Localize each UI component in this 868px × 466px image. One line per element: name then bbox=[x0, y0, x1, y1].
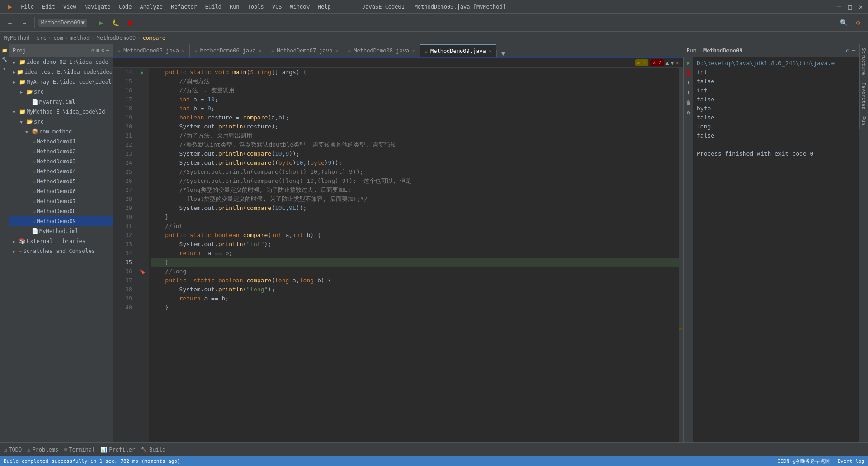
tree-item-idea-test[interactable]: ▶ 📁 idea_test E:\idea_code\idea bbox=[9, 67, 113, 77]
forward-button[interactable]: → bbox=[18, 16, 31, 29]
tree-item-mymethod[interactable]: ▼ 📁 MyMethod E:\idea_code\Id bbox=[9, 107, 113, 117]
tree-item-myarray-iml[interactable]: 📄 MyArray.iml bbox=[9, 97, 113, 107]
debug-button[interactable]: 🐛 bbox=[109, 16, 122, 29]
build-button[interactable]: 🔨 Build bbox=[141, 447, 165, 453]
terminal-button[interactable]: ⌨ Terminal bbox=[64, 447, 95, 453]
stop-button[interactable]: ■ bbox=[124, 16, 137, 29]
run-close-icon[interactable]: ─ bbox=[852, 48, 855, 54]
tree-item-methoddemo06[interactable]: ☕ MethodDemo06 bbox=[9, 186, 113, 196]
menu-run[interactable]: Run bbox=[226, 3, 243, 11]
search-button[interactable]: 🔍 bbox=[837, 16, 850, 29]
favorites-label[interactable]: Favorites bbox=[859, 79, 868, 113]
close-info-button[interactable]: ✕ bbox=[676, 60, 679, 66]
tree-item-methoddemo08[interactable]: ☕ MethodDemo08 bbox=[9, 206, 113, 216]
tree-item-methoddemo09[interactable]: ☕ MethodDemo09 bbox=[9, 216, 113, 226]
editor-scrollbar[interactable] bbox=[679, 68, 683, 442]
code-line-22: //整数默认int类型, 浮点数默认doutble类型, 需要转换其他的类型, … bbox=[151, 140, 679, 149]
tree-item-mymethod-src[interactable]: ▼ 📂 src bbox=[9, 117, 113, 127]
profiler-button[interactable]: 📊 Profiler bbox=[100, 447, 135, 453]
sidebar-favorites-icon[interactable]: ★ bbox=[0, 64, 9, 72]
run-clear-button[interactable]: 🗑 bbox=[684, 99, 693, 107]
navigate-up-button[interactable]: ▲ bbox=[665, 60, 669, 66]
event-log-label[interactable]: Event log bbox=[837, 458, 864, 464]
menu-code[interactable]: Code bbox=[115, 3, 136, 11]
settings-button[interactable]: ⚙ bbox=[852, 16, 864, 29]
tab-methoddemo06[interactable]: ☕ MethodDemo06.java ✕ bbox=[190, 44, 267, 57]
tab-methoddemo08[interactable]: ☕ MethodDemo08.java ✕ bbox=[343, 44, 420, 57]
tab-methoddemo09[interactable]: ☕ MethodDemo09.java ✕ bbox=[420, 44, 497, 57]
gutter-38 bbox=[136, 294, 149, 303]
run-button[interactable]: ▶ bbox=[95, 16, 108, 29]
menu-file[interactable]: File bbox=[17, 3, 38, 11]
tree-label: idea_test E:\idea_code\idea bbox=[24, 69, 113, 75]
close-button[interactable]: ✕ bbox=[857, 3, 864, 10]
tab-close-button[interactable]: ✕ bbox=[335, 48, 338, 54]
run-scroll-top-button[interactable]: ⬆ bbox=[684, 79, 693, 87]
run-scroll-bottom-button[interactable]: ⬇ bbox=[684, 89, 693, 97]
menu-analyze[interactable]: Analyze bbox=[136, 3, 166, 11]
tree-item-methoddemo07[interactable]: ☕ MethodDemo07 bbox=[9, 196, 113, 206]
run-stop-button[interactable]: ■ bbox=[684, 69, 693, 77]
minimize-button[interactable]: ─ bbox=[835, 3, 843, 10]
tree-item-external-libs[interactable]: ▶ 📚 External Libraries bbox=[9, 236, 113, 246]
tab-close-button[interactable]: ✕ bbox=[412, 48, 415, 54]
menu-refactor[interactable]: Refactor bbox=[167, 3, 201, 11]
breadcrumb-com[interactable]: com bbox=[53, 35, 63, 41]
breadcrumb-method[interactable]: method bbox=[70, 35, 90, 41]
breadcrumb-sep-3: › bbox=[65, 35, 68, 41]
run-settings-icon[interactable]: ⚙ bbox=[846, 48, 849, 54]
project-selector[interactable]: MethodDemo09 ▼ bbox=[38, 19, 87, 27]
run-restart-button[interactable]: ▶ bbox=[684, 59, 693, 67]
run-side-label[interactable]: Run bbox=[859, 113, 868, 129]
code-content[interactable]: public static void main(String[] args) {… bbox=[149, 68, 679, 442]
tree-item-methoddemo04[interactable]: ☕ MethodDemo04 bbox=[9, 166, 113, 176]
tab-overflow-button[interactable]: ▼ bbox=[496, 50, 509, 57]
warning-badge[interactable]: ⚠ 1 bbox=[635, 59, 649, 66]
run-settings2-button[interactable]: ⚙ bbox=[684, 109, 693, 117]
project-panel-collapse[interactable]: ≡ bbox=[96, 48, 99, 53]
tab-methoddemo07[interactable]: ☕ MethodDemo07.java ✕ bbox=[266, 44, 343, 57]
tab-methoddemo05[interactable]: ☕ MethodDemo05.java ✕ bbox=[113, 44, 190, 57]
navigate-down-button[interactable]: ▼ bbox=[671, 60, 674, 66]
sidebar-project-icon[interactable]: 📁 bbox=[0, 46, 9, 54]
tab-close-button[interactable]: ✕ bbox=[259, 48, 262, 54]
tree-item-idea-demo02[interactable]: ▶ 📁 idea_demo_02 E:\idea_code bbox=[9, 57, 113, 67]
tab-close-button[interactable]: ✕ bbox=[182, 48, 185, 54]
menu-edit[interactable]: Edit bbox=[38, 3, 59, 11]
menu-window[interactable]: Window bbox=[286, 3, 313, 11]
breadcrumb-mymethod[interactable]: MyMethod bbox=[4, 35, 30, 41]
tab-close-button[interactable]: ✕ bbox=[489, 48, 492, 54]
tree-item-scratches[interactable]: ▶ ✏ Scratches and Consoles bbox=[9, 246, 113, 256]
tree-item-methoddemo01[interactable]: ☕ MethodDemo01 bbox=[9, 137, 113, 147]
line-num-35: 35 bbox=[126, 258, 132, 267]
menu-build[interactable]: Build bbox=[202, 3, 225, 11]
code-editor[interactable]: 14 15 16 17 18 19 20 21 22 23 24 25 26 2… bbox=[113, 68, 683, 442]
todo-button[interactable]: ☑ TODO bbox=[4, 447, 22, 453]
breadcrumb-methoddemo09[interactable]: MethodDemo09 bbox=[96, 35, 136, 41]
structure-label[interactable]: Structure bbox=[859, 44, 868, 79]
tree-item-com-method[interactable]: ▼ 📦 com.method bbox=[9, 127, 113, 137]
tree-item-myarray[interactable]: ▶ 📁 MyArray E:\idea_code\ideal bbox=[9, 77, 113, 87]
tree-item-mymethod-iml[interactable]: 📄 MyMethod.iml bbox=[9, 226, 113, 236]
breadcrumb-compare[interactable]: compare bbox=[142, 35, 165, 41]
menu-vcs[interactable]: VCS bbox=[269, 3, 286, 11]
sidebar-structure-icon[interactable]: 🔧 bbox=[0, 55, 9, 63]
project-panel-close[interactable]: ─ bbox=[106, 48, 109, 53]
tree-item-methoddemo03[interactable]: ☕ MethodDemo03 bbox=[9, 157, 113, 166]
gutter-run-14[interactable]: ▶ bbox=[136, 68, 149, 77]
maximize-button[interactable]: □ bbox=[846, 3, 854, 10]
tree-item-methoddemo05[interactable]: ☕ MethodDemo05 bbox=[9, 176, 113, 186]
menu-tools[interactable]: Tools bbox=[244, 3, 268, 11]
project-panel-gear[interactable]: ⚙ bbox=[101, 48, 104, 53]
tree-item-methoddemo02[interactable]: ☕ MethodDemo02 bbox=[9, 147, 113, 157]
menu-navigate[interactable]: Navigate bbox=[81, 3, 114, 11]
breadcrumb-src[interactable]: src bbox=[37, 35, 47, 41]
error-badge[interactable]: ✕ 2 bbox=[650, 59, 664, 66]
gutter-20 bbox=[136, 131, 149, 140]
menu-help[interactable]: Help bbox=[314, 3, 335, 11]
tree-item-myarray-src[interactable]: ▶ 📂 src bbox=[9, 87, 113, 97]
problems-button[interactable]: ⚠ Problems bbox=[27, 447, 58, 453]
back-button[interactable]: ← bbox=[4, 16, 16, 29]
menu-view[interactable]: View bbox=[60, 3, 80, 11]
project-panel-locate[interactable]: ◎ bbox=[92, 48, 95, 53]
